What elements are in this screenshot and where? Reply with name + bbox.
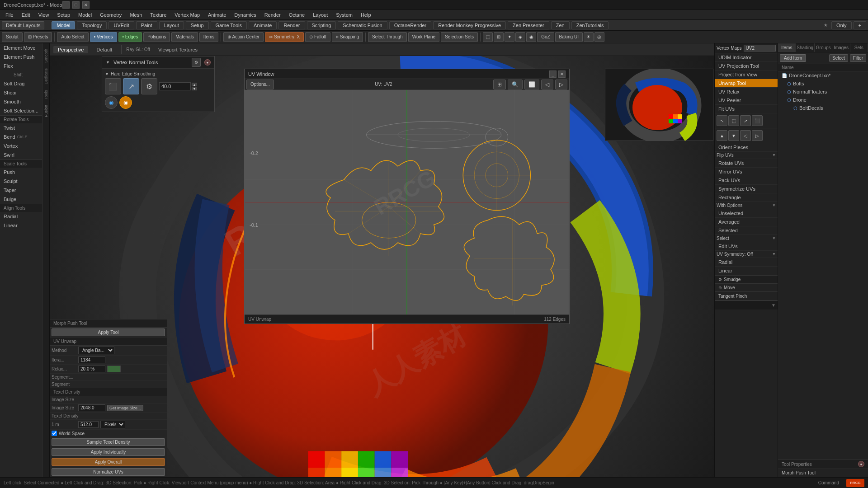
menu-file[interactable]: File xyxy=(2,11,17,19)
relax-input[interactable] xyxy=(78,366,105,372)
falloff-button[interactable]: ⊙ Falloff xyxy=(305,32,330,42)
sets-tab[interactable]: Sets xyxy=(850,43,868,52)
goz-button[interactable]: GoZ xyxy=(537,32,554,42)
materials-button[interactable]: Materials xyxy=(171,32,198,42)
method-select[interactable]: Angle Ba... xyxy=(78,347,114,354)
uv-options-btn[interactable]: Options... xyxy=(246,80,274,89)
img-size-input[interactable] xyxy=(78,404,105,411)
rotate-uvs-btn[interactable]: Rotate UVs xyxy=(715,159,778,168)
action-center-button[interactable]: ⊕ Action Center xyxy=(223,32,264,42)
sculpt-button[interactable]: Sculpt xyxy=(2,32,23,42)
uv-close-btn[interactable]: ✕ xyxy=(558,70,566,78)
presets-button[interactable]: ⊞ Presets xyxy=(24,32,52,42)
images-tab[interactable]: Images xyxy=(832,43,850,52)
radial-uv-btn[interactable]: Radial xyxy=(715,258,778,267)
tab-zentutorials[interactable]: ZenTutorials xyxy=(571,21,609,29)
uv-maximize-btn[interactable]: ⬜ xyxy=(524,80,539,89)
unselected-btn[interactable]: Unselected xyxy=(715,209,778,218)
menu-dynamics[interactable]: Dynamics xyxy=(231,11,259,19)
uv2-dropdown[interactable]: UV2 xyxy=(744,45,776,52)
tab-topology[interactable]: Topology xyxy=(77,21,107,29)
uv-icon4[interactable]: ⬛ xyxy=(752,115,763,126)
maximize-button[interactable]: □ xyxy=(72,1,80,9)
symmetry-button[interactable]: ⇔ Symmetry: X xyxy=(265,32,304,42)
udim-indicator-btn[interactable]: UDIM Indicator xyxy=(715,53,778,62)
baking-ui-button[interactable]: Baking UI xyxy=(555,32,583,42)
snapping-button[interactable]: ⌗ Snapping xyxy=(332,32,363,42)
uv-minimize-btn[interactable]: _ xyxy=(549,70,557,78)
tab-rendermonkey[interactable]: Render Monkey Progressive xyxy=(433,21,506,29)
apply-tool-button[interactable]: Apply Tool xyxy=(52,328,165,336)
circle-btn1[interactable]: ◉ xyxy=(105,96,118,109)
groups-tab[interactable]: Groups xyxy=(815,43,832,52)
linear-uv-btn[interactable]: Linear xyxy=(715,267,778,275)
tab-render[interactable]: Render xyxy=(278,21,305,29)
uv-icon3[interactable]: ↗ xyxy=(740,115,751,126)
items-tab[interactable]: Items xyxy=(778,43,796,52)
gear-icon-btn[interactable]: ⚙ xyxy=(141,78,157,94)
rectangle-btn[interactable]: Rectangle xyxy=(715,193,778,202)
uv-right-btn[interactable]: ▷ xyxy=(752,130,763,141)
select-btn[interactable]: Select xyxy=(829,54,848,62)
menu-view[interactable]: View xyxy=(35,11,53,19)
menu-texture[interactable]: Texture xyxy=(146,11,170,19)
arrow-icon-btn[interactable]: ↗ xyxy=(123,78,139,94)
only-btn[interactable]: Only xyxy=(831,21,852,29)
item-bolts[interactable]: ⬡ Bolts xyxy=(778,80,868,88)
menu-edit[interactable]: Edit xyxy=(18,11,34,19)
icon-btn5[interactable]: ◉ xyxy=(526,32,536,42)
menu-setup[interactable]: Setup xyxy=(53,11,74,19)
uv-fit-btn[interactable]: ⊞ xyxy=(493,80,506,89)
tab-uvedit[interactable]: UVEdit xyxy=(108,21,134,29)
uv-nav2-btn[interactable]: ▷ xyxy=(555,80,567,89)
polygons-button[interactable]: Polygons xyxy=(143,32,170,42)
fit-uvs-btn[interactable]: Fit UVs xyxy=(715,105,778,113)
tab-paint[interactable]: Paint xyxy=(136,21,157,29)
vnt-value-input[interactable] xyxy=(159,82,191,90)
vnt-collapse-icon[interactable]: ▼ xyxy=(106,60,110,65)
menu-geometry[interactable]: Geometry xyxy=(96,11,125,19)
vp-tab-default[interactable]: Default xyxy=(92,46,117,53)
tab-layout[interactable]: Layout xyxy=(159,21,184,29)
menu-vertexmap[interactable]: Vertex Map xyxy=(171,11,203,19)
edges-button[interactable]: • Edges xyxy=(118,32,142,42)
unwrap-tool-btn[interactable]: Unwrap Tool xyxy=(715,79,778,88)
vp-tab-perspective[interactable]: Perspective xyxy=(53,46,88,53)
item-drone[interactable]: ⬡ Drone xyxy=(778,96,868,104)
uv-icon2[interactable]: ⬚ xyxy=(728,115,739,126)
close-button[interactable]: ✕ xyxy=(82,1,90,9)
icon-btn4[interactable]: ◈ xyxy=(515,32,525,42)
size-input[interactable] xyxy=(78,421,99,428)
minimize-button[interactable]: _ xyxy=(62,1,70,9)
tab-animate[interactable]: Animate xyxy=(249,21,277,29)
menu-animate[interactable]: Animate xyxy=(204,11,230,19)
auto-select-button[interactable]: Auto Select xyxy=(57,32,88,42)
world-space-checkbox[interactable] xyxy=(52,431,57,436)
tab-setup[interactable]: Setup xyxy=(186,21,209,29)
work-plane-button[interactable]: Work Plane xyxy=(408,32,440,42)
tangent-pinch-row[interactable]: Tangent Pinch xyxy=(715,292,778,300)
item-droneconcept[interactable]: 📄 DroneConcept.lxo* xyxy=(778,71,868,80)
iter-input[interactable] xyxy=(78,357,105,363)
selection-sets-button[interactable]: Selection Sets xyxy=(441,32,478,42)
edit-uvs-btn[interactable]: Edit UVs xyxy=(715,242,778,251)
icon-btn1[interactable]: ⬚ xyxy=(483,32,493,42)
uv-projection-btn[interactable]: UV Projection Tool xyxy=(715,62,778,70)
select-through-button[interactable]: Select Through xyxy=(368,32,407,42)
uv-peeler-btn[interactable]: UV Peeler xyxy=(715,96,778,105)
icon-btn7[interactable]: ◎ xyxy=(594,32,604,42)
vnt-settings-btn[interactable]: ⚙ xyxy=(192,58,201,67)
tab-gametools[interactable]: Game Tools xyxy=(211,21,247,29)
uv-down-btn[interactable]: ▼ xyxy=(728,130,739,141)
circle-btn2[interactable]: ◉ xyxy=(119,96,132,109)
tab-scripting[interactable]: Scripting xyxy=(307,21,336,29)
menu-layout[interactable]: Layout xyxy=(309,11,331,19)
normalize-uvs-btn[interactable]: Normalize UVs xyxy=(52,468,165,476)
menu-model[interactable]: Model xyxy=(75,11,95,19)
item-boltdecals[interactable]: ⬡ BoltDecals xyxy=(778,104,868,112)
vnt-down-btn[interactable]: ▼ xyxy=(192,87,197,90)
vnt-up-btn[interactable]: ▲ xyxy=(192,83,197,86)
menu-mesh[interactable]: Mesh xyxy=(126,11,146,19)
items-button[interactable]: Items xyxy=(199,32,218,42)
menu-octane[interactable]: Octane xyxy=(285,11,308,19)
